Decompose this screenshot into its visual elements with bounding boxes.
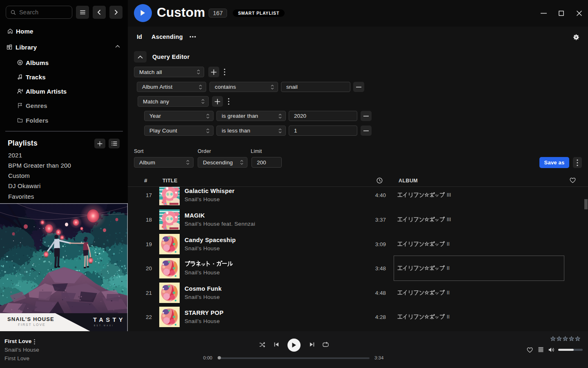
svg-text:II: II (447, 290, 450, 296)
svg-text:II: II (447, 241, 450, 247)
svg-text:II: II (447, 314, 450, 320)
svg-text:FIRST LOVE: FIRST LOVE (18, 323, 45, 327)
svg-text:TASTY: TASTY (93, 316, 125, 323)
svg-text:III: III (447, 192, 451, 198)
svg-text:SNAIL’S HOUSE: SNAIL’S HOUSE (7, 316, 54, 322)
svg-text:III: III (447, 217, 451, 222)
svg-text:BST.MAXI: BST.MAXI (94, 325, 114, 327)
